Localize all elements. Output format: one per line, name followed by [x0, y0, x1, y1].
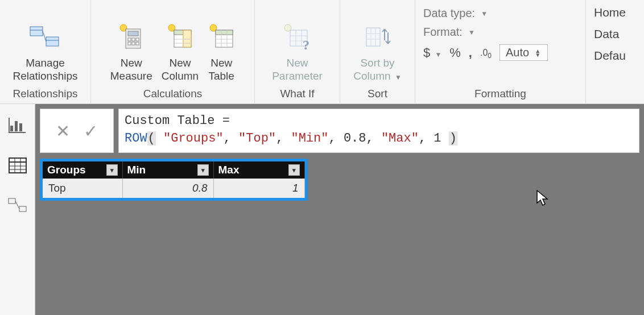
- ribbon-right-links: Home Data Defau: [586, 0, 644, 103]
- svg-rect-10: [136, 38, 139, 41]
- home-link[interactable]: Home: [594, 6, 644, 19]
- data-link[interactable]: Data: [594, 27, 644, 41]
- formula-arg: 0.8: [344, 131, 366, 146]
- svg-text:?: ?: [303, 38, 309, 51]
- cell-min[interactable]: 0.8: [122, 179, 213, 198]
- svg-rect-8: [128, 38, 131, 41]
- accept-formula-button[interactable]: ✓: [84, 121, 98, 141]
- filter-button[interactable]: ▾: [106, 164, 118, 176]
- chevron-down-icon: ▼: [435, 51, 441, 59]
- column-header-max[interactable]: Max▾: [213, 161, 304, 179]
- svg-rect-0: [30, 27, 43, 36]
- data-type-dropdown[interactable]: Data type: ▼: [423, 7, 577, 20]
- new-parameter-button[interactable]: ? New Parameter: [267, 18, 327, 86]
- formula-arg: "Groups": [163, 131, 224, 146]
- svg-rect-34: [366, 28, 380, 46]
- sort-by-column-label: Sort by Column ▼: [353, 56, 402, 84]
- svg-rect-9: [132, 38, 135, 41]
- new-measure-label: New Measure: [110, 56, 152, 84]
- svg-line-4: [43, 31, 46, 42]
- new-column-button[interactable]: New Column: [157, 18, 203, 86]
- svg-rect-51: [19, 206, 26, 212]
- ribbon-group-calculations: New Measure New Column: [91, 0, 255, 103]
- formula-bar-row: ✕ ✓ Custom Table = ROW( "Groups", "Top",…: [35, 104, 644, 153]
- svg-rect-7: [128, 31, 138, 36]
- cell-groups[interactable]: Top: [43, 179, 122, 198]
- sort-icon: [364, 21, 391, 53]
- manage-relationships-label: Manage Relationships: [13, 56, 77, 84]
- percent-format-button[interactable]: %: [449, 45, 461, 60]
- svg-rect-39: [10, 126, 13, 131]
- svg-rect-2: [46, 37, 59, 46]
- formula-arg: "Top": [238, 131, 276, 146]
- work-canvas: ✕ ✓ Custom Table = ROW( "Groups", "Top",…: [35, 104, 644, 315]
- chevron-down-icon: ▼: [468, 28, 475, 36]
- parameter-icon: ?: [282, 21, 312, 53]
- default-link[interactable]: Defau: [594, 49, 644, 63]
- new-parameter-label: New Parameter: [272, 56, 323, 84]
- column-header-min[interactable]: Min▾: [122, 161, 213, 179]
- close-paren: ): [449, 131, 457, 146]
- new-table-button[interactable]: New Table: [203, 18, 240, 86]
- ribbon-group-formatting: Data type: ▼ Format: ▼ $ ▼ % , .00 Auto …: [415, 0, 586, 103]
- chevron-down-icon: ▼: [395, 73, 402, 81]
- svg-rect-17: [183, 30, 191, 47]
- model-view-button[interactable]: [8, 197, 27, 215]
- formula-bar[interactable]: Custom Table = ROW( "Groups", "Top", "Mi…: [118, 109, 639, 153]
- new-table-label: New Table: [208, 56, 234, 84]
- cursor-icon: [536, 189, 548, 210]
- svg-rect-50: [9, 198, 15, 204]
- svg-rect-41: [19, 123, 22, 131]
- svg-rect-44: [9, 158, 26, 173]
- svg-rect-22: [216, 30, 233, 35]
- decimal-places-value: Auto: [506, 46, 529, 59]
- new-measure-button[interactable]: New Measure: [106, 18, 157, 86]
- cancel-formula-button[interactable]: ✕: [56, 121, 70, 141]
- data-table: Groups▾ Min▾ Max▾ Top 0.8 1: [40, 159, 308, 201]
- svg-rect-12: [132, 42, 135, 45]
- new-table-icon: [208, 21, 235, 53]
- decimal-format-button[interactable]: .00: [480, 48, 492, 60]
- left-view-rail: [0, 104, 35, 315]
- table-header-row: Groups▾ Min▾ Max▾: [43, 161, 304, 179]
- formula-accept-cancel: ✕ ✓: [40, 109, 114, 153]
- svg-rect-13: [136, 42, 139, 45]
- sort-by-column-button[interactable]: Sort by Column ▼: [349, 18, 406, 86]
- spinner-icon[interactable]: ▲▼: [535, 49, 540, 57]
- svg-rect-11: [128, 42, 131, 45]
- group-label-relationships: Relationships: [0, 85, 90, 103]
- manage-relationships-button[interactable]: Manage Relationships: [8, 18, 82, 86]
- open-paren: (: [147, 131, 156, 146]
- ribbon-group-relationships: Manage Relationships Relationships: [0, 0, 91, 103]
- group-label-formatting: Formatting: [415, 85, 585, 103]
- format-label: Format:: [423, 26, 463, 39]
- chevron-down-icon: ▼: [481, 10, 488, 18]
- formula-arg: "Min": [291, 131, 328, 146]
- svg-line-52: [15, 201, 19, 209]
- calculator-icon: [118, 21, 145, 53]
- data-view-button[interactable]: [9, 158, 27, 176]
- decimal-places-input[interactable]: Auto ▲▼: [499, 44, 548, 61]
- new-column-label: New Column: [162, 56, 199, 84]
- column-header-groups[interactable]: Groups▾: [43, 161, 122, 179]
- data-type-label: Data type:: [423, 7, 475, 20]
- group-label-calculations: Calculations: [91, 85, 254, 103]
- table-row[interactable]: Top 0.8 1: [43, 179, 304, 198]
- filter-button[interactable]: ▾: [288, 164, 300, 176]
- filter-button[interactable]: ▾: [197, 164, 209, 176]
- group-label-whatif: What If: [255, 85, 340, 103]
- ribbon-group-sort: Sort by Column ▼ Sort: [340, 0, 415, 103]
- svg-rect-40: [15, 121, 18, 131]
- report-view-button[interactable]: [9, 118, 27, 136]
- formula-arg: 1: [434, 131, 441, 146]
- new-column-icon: [166, 21, 193, 53]
- format-dropdown[interactable]: Format: ▼: [423, 26, 577, 39]
- cell-max[interactable]: 1: [213, 179, 304, 198]
- currency-format-button[interactable]: $ ▼: [423, 45, 441, 60]
- formula-arg: "Max": [381, 131, 419, 146]
- main-area: ✕ ✓ Custom Table = ROW( "Groups", "Top",…: [0, 104, 644, 315]
- relationships-icon: [29, 21, 61, 53]
- formula-lhs: Custom Table: [125, 114, 214, 128]
- comma-format-button[interactable]: ,: [469, 45, 472, 60]
- group-label-sort: Sort: [340, 85, 415, 103]
